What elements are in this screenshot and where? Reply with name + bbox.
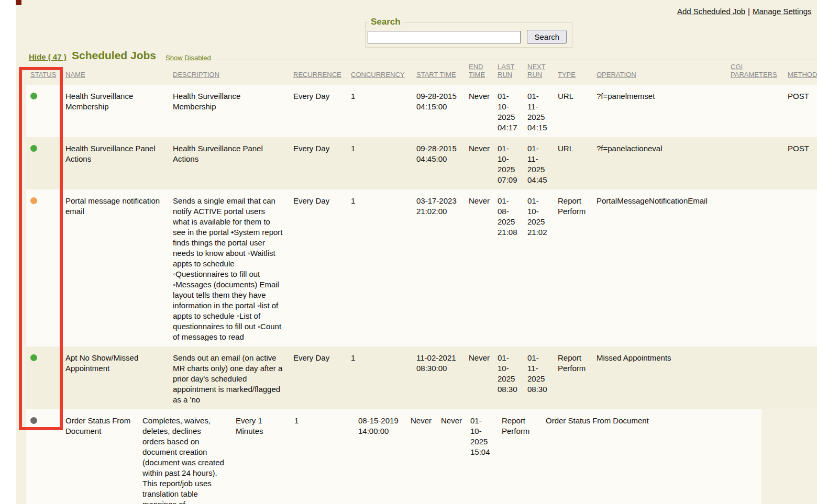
job-cgi-parameters [726,137,783,189]
job-recurrence: Every Day [289,346,347,409]
column-header-end-time[interactable]: END TIME [465,63,493,85]
table-header-row: STATUS NAME DESCRIPTION RECURRENCE CONCU… [26,63,817,85]
job-status-cell [26,409,61,504]
job-last-run: 01-08-2025 21:08 [493,189,523,346]
job-operation: Order Status From Document [542,409,667,504]
job-next-run: 01-10-2025 15:04 [466,409,498,504]
status-dot [30,145,37,152]
column-header-operation[interactable]: OPERATION [592,63,726,85]
job-method: POST [783,85,817,137]
job-status-cell [26,137,61,189]
frame-corner-marker [16,0,21,5]
job-concurrency: 1 [347,137,412,189]
job-type: URL [554,137,592,189]
status-dot [30,197,37,204]
job-concurrency: 1 [290,409,354,504]
job-description: Health Surveillance Membership [169,85,289,137]
job-name: Health Surveillance Panel Actions [61,137,169,189]
job-operation: PortalMessageNotificationEmail [592,189,726,346]
job-end-time: Never [465,137,493,189]
scheduled-jobs-tables: STATUS NAME DESCRIPTION RECURRENCE CONCU… [26,63,817,504]
job-start-time: 03-17-2023 21:02:00 [412,189,465,346]
column-header-name[interactable]: NAME [61,63,169,85]
job-next-run: 01-10-2025 21:02 [523,189,554,346]
job-end-time: Never [465,85,493,137]
job-description: Health Surveillance Panel Actions [169,137,289,189]
job-next-run: 01-11-2025 04:15 [523,85,554,137]
job-name: Order Status From Document [61,409,138,504]
job-start-time: 09-28-2015 04:45:00 [412,137,465,189]
job-cgi-parameters [726,346,783,409]
column-header-recurrence[interactable]: RECURRENCE [289,63,347,85]
show-disabled-link[interactable]: Show Disabled [165,54,211,62]
manage-settings-link[interactable]: Manage Settings [753,7,812,16]
job-start-time: 09-28-2015 04:15:00 [412,85,465,137]
job-cgi-parameters [726,189,783,346]
column-header-cgi-parameters[interactable]: CGI PARAMETERS [726,63,783,85]
status-dot [30,93,37,99]
job-last-run: 01-10-2025 08:30 [493,346,523,409]
job-recurrence: Every 1 Minutes [231,409,290,504]
column-header-status[interactable]: STATUS [26,63,61,85]
job-last-run: 01-10-2025 07:09 [493,137,523,189]
links-separator: | [748,7,750,16]
job-row[interactable]: Health Surveillance Panel Actions Health… [26,137,817,189]
top-links: Add Scheduled Job|Manage Settings [677,7,812,16]
job-description: Sends a single email that can notify ACT… [169,189,289,346]
column-header-description[interactable]: DESCRIPTION [169,63,289,85]
search-fieldset: Search Search [365,17,572,48]
job-type: Report Perform [554,189,592,346]
job-status-cell [26,189,61,346]
job-type: Report Perform [498,409,542,504]
job-row[interactable]: Order Status From Document Completes, wa… [26,409,761,504]
search-input[interactable] [368,31,521,43]
column-header-next-run[interactable]: NEXT RUN [523,63,554,85]
job-row[interactable]: Portal message notification email Sends … [26,189,817,346]
job-next-run: 01-11-2025 08:30 [523,346,554,409]
job-recurrence: Every Day [289,85,347,137]
scheduled-jobs-table: STATUS NAME DESCRIPTION RECURRENCE CONCU… [26,63,817,409]
column-header-concurrency[interactable]: CONCURRENCY [347,63,412,85]
job-row[interactable]: Apt No Show/Missed Appointment Sends out… [26,346,817,409]
job-type: Report Perform [554,346,592,409]
job-method [720,409,761,504]
job-next-run: 01-11-2025 04:45 [523,137,554,189]
scheduled-jobs-page: Add Scheduled Job|Manage Settings Search… [16,0,817,504]
job-recurrence: Every Day [289,137,347,189]
page-title: Scheduled Jobs [72,49,156,62]
add-scheduled-job-link[interactable]: Add Scheduled Job [677,7,745,16]
job-end-time: Never [465,189,493,346]
status-dot [30,417,37,424]
hide-count-link[interactable]: Hide ( 47 ) [29,52,67,61]
section-divider [212,60,817,60]
job-description: Completes, waives, deletes, declines ord… [138,409,231,504]
column-header-method[interactable]: METHOD [783,63,817,85]
job-status-cell [26,85,61,137]
job-row[interactable]: Health Surveillance Membership Health Su… [26,85,817,137]
job-name: Portal message notification email [61,189,169,346]
job-recurrence: Every Day [289,189,347,346]
column-header-type[interactable]: TYPE [554,63,592,85]
column-header-start-time[interactable]: START TIME [412,63,465,85]
job-name: Health Surveillance Membership [61,85,169,137]
job-method [783,189,817,346]
job-start-time: 11-02-2021 08:30:00 [412,346,465,409]
status-dot [30,354,37,361]
job-end-time: Never [406,409,437,504]
job-last-run: 01-10-2025 04:17 [493,85,523,137]
job-method [783,346,817,409]
job-status-cell [26,346,61,409]
job-type: URL [554,85,592,137]
search-button[interactable]: Search [527,30,567,44]
search-legend: Search [369,17,403,27]
job-concurrency: 1 [347,85,412,137]
job-description: Sends out an email (on active MR charts … [169,346,289,409]
scheduled-jobs-table-continued: Order Status From Document Completes, wa… [26,409,761,504]
job-operation: ?f=panelactioneval [592,137,726,189]
job-operation: ?f=panelmemset [592,85,726,137]
job-operation: Missed Appointments [592,346,726,409]
job-method: POST [783,137,817,189]
job-concurrency: 1 [347,346,412,409]
job-last-run: Never [437,409,466,504]
column-header-last-run[interactable]: LAST RUN [493,63,523,85]
